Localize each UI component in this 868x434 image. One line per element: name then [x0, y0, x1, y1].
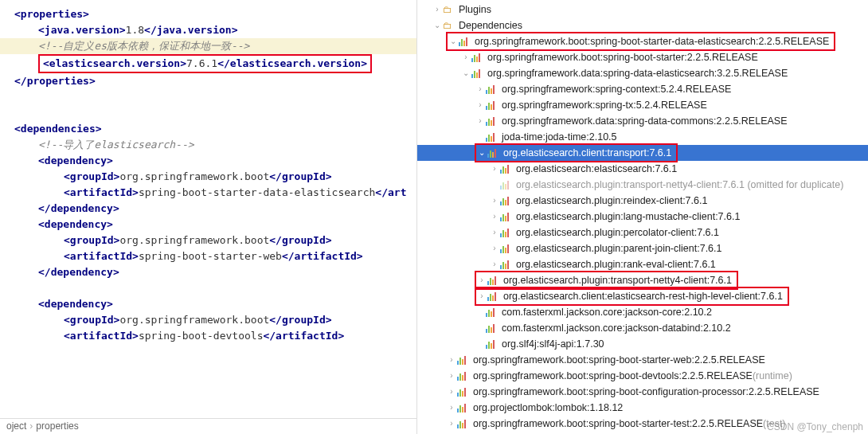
chevron-down-icon[interactable]: ⌄ [432, 20, 443, 31]
dependency-tree[interactable]: ›🗀Plugins⌄🗀Dependencies⌄org.springframew… [417, 0, 868, 433]
tree-node[interactable]: ›com.fasterxml.jackson.core:jackson-core… [417, 304, 868, 320]
chevron-right-icon[interactable]: › [476, 275, 487, 286]
chevron-right-icon[interactable]: › [489, 163, 500, 174]
library-icon [486, 100, 499, 110]
breadcrumb-item[interactable]: properties [36, 420, 78, 432]
chevron-right-icon[interactable]: › [489, 259, 500, 270]
chevron-right-icon[interactable]: › [446, 370, 457, 381]
library-icon [457, 419, 470, 428]
chevron-right-icon[interactable]: › [489, 211, 500, 222]
tree-node[interactable]: ›com.fasterxml.jackson.core:jackson-data… [417, 320, 868, 336]
library-icon [500, 228, 513, 237]
library-icon [500, 180, 513, 190]
library-icon [459, 37, 471, 46]
library-icon [471, 53, 484, 62]
xml-editor[interactable]: <properties> <java.version>1.8</java.ver… [0, 0, 416, 344]
breadcrumb-item[interactable]: oject [6, 420, 26, 432]
library-icon [486, 339, 499, 349]
tree-node[interactable]: ›org.elasticsearch.plugin:percolator-cli… [417, 225, 868, 240]
tree-node[interactable]: ⌄org.elasticsearch.client:transport:7.6.… [417, 145, 868, 161]
tag-dependencies-open: <dependencies> [14, 123, 102, 135]
tree-node[interactable]: ›org.springframework:spring-tx:5.2.4.REL… [417, 97, 868, 113]
chevron-right-icon[interactable]: › [432, 4, 443, 15]
tree-node[interactable]: ›org.elasticsearch.plugin:reindex-client… [417, 193, 868, 209]
chevron-right-icon[interactable]: › [476, 291, 487, 302]
breadcrumb[interactable]: oject›properties [0, 418, 416, 434]
chevron-right-icon[interactable]: › [460, 52, 471, 63]
tree-node[interactable]: ›org.springframework.boot:spring-boot-de… [417, 368, 868, 384]
tag-java-open: <java.version> [38, 24, 126, 36]
chevron-right-icon[interactable]: › [475, 115, 486, 127]
tag-properties-open: <properties> [14, 8, 89, 20]
library-icon [457, 387, 470, 397]
xml-editor-pane: <properties> <java.version>1.8</java.ver… [0, 0, 417, 434]
tree-node[interactable]: ›org.projectlombok:lombok:1.18.12 [417, 400, 868, 416]
chevron-right-icon[interactable]: › [446, 418, 457, 429]
java-version: 1.8 [126, 24, 144, 36]
tree-node[interactable]: ›org.springframework:spring-context:5.2.… [417, 81, 868, 97]
highlight-box: ⌄org.elasticsearch.client:transport:7.6.… [475, 143, 678, 162]
tree-node[interactable]: ›org.springframework.data:spring-data-co… [417, 113, 868, 129]
library-icon [500, 164, 513, 174]
library-icon [457, 371, 470, 381]
chevron-right-icon[interactable]: › [475, 84, 486, 95]
library-icon [500, 244, 513, 253]
tree-node[interactable]: ›org.springframework.boot:spring-boot-st… [417, 49, 868, 65]
chevron-right-icon: › [26, 420, 36, 432]
tree-node-plugins[interactable]: ›🗀Plugins [417, 2, 868, 18]
comment-es-version: <!--自定义es版本依赖，保证和本地一致--> [38, 40, 249, 52]
chevron-down-icon[interactable]: ⌄ [460, 68, 471, 79]
tree-node[interactable]: ⌄org.springframework.boot:spring-boot-st… [417, 33, 868, 49]
folder-icon: 🗀 [443, 18, 456, 33]
chevron-right-icon[interactable]: › [446, 354, 457, 366]
library-icon [471, 68, 484, 78]
highlight-box: ⌄org.springframework.boot:spring-boot-st… [446, 32, 835, 51]
chevron-right-icon[interactable]: › [446, 386, 457, 397]
tree-node[interactable]: ›org.elasticsearch.plugin:rank-eval-clie… [417, 256, 868, 272]
library-icon [457, 355, 470, 365]
chevron-right-icon[interactable]: › [446, 402, 457, 413]
library-icon [487, 276, 500, 285]
library-icon [486, 84, 499, 94]
library-icon [486, 116, 499, 126]
chevron-right-icon[interactable]: › [489, 227, 500, 238]
tree-node-dependencies[interactable]: ⌄🗀Dependencies [417, 18, 868, 33]
watermark-text: CSDN @Tony_chenph [767, 421, 863, 432]
library-icon [500, 212, 513, 221]
library-icon [486, 323, 499, 333]
library-icon [487, 291, 500, 301]
library-icon [486, 307, 499, 317]
highlight-box: ›org.elasticsearch.client:elasticsearch-… [475, 287, 789, 306]
library-icon [487, 148, 500, 158]
tree-node[interactable]: ›org.elasticsearch:elasticsearch:7.6.1 [417, 161, 868, 177]
tree-node[interactable]: ›org.springframework.boot:spring-boot-st… [417, 352, 868, 368]
tree-node[interactable]: ›org.elasticsearch.plugin:transport-nett… [417, 177, 868, 193]
tree-node[interactable]: ›org.elasticsearch.plugin:transport-nett… [417, 272, 868, 288]
tree-node[interactable]: ›org.slf4j:slf4j-api:1.7.30 [417, 336, 868, 352]
tree-node[interactable]: ›org.elasticsearch.client:elasticsearch-… [417, 288, 868, 304]
tree-node[interactable]: ›joda-time:joda-time:2.10.5 [417, 129, 868, 145]
tree-node[interactable]: ›org.springframework.boot:spring-boot-co… [417, 384, 868, 400]
tree-node[interactable]: ›org.elasticsearch.plugin:parent-join-cl… [417, 240, 868, 256]
chevron-right-icon[interactable]: › [489, 243, 500, 254]
tree-node[interactable]: ›org.elasticsearch.plugin:lang-mustache-… [417, 209, 868, 225]
tag-properties-close: </properties> [14, 75, 96, 87]
dependency-tree-pane: ›🗀Plugins⌄🗀Dependencies⌄org.springframew… [417, 0, 868, 434]
library-icon [457, 403, 470, 412]
es-version-highlight: <elasticsearch.version>7.6.1</elasticsea… [38, 54, 372, 73]
library-icon [486, 132, 499, 142]
library-icon [500, 196, 513, 205]
chevron-down-icon[interactable]: ⌄ [448, 36, 459, 47]
tree-node[interactable]: ⌄org.springframework.data:spring-data-el… [417, 65, 868, 81]
chevron-down-icon[interactable]: ⌄ [476, 147, 487, 158]
library-icon [500, 260, 513, 269]
comment-import-es: <!--导入了elasticsearch--> [38, 139, 194, 151]
chevron-right-icon[interactable]: › [475, 100, 486, 111]
tag-java-close: </java.version> [144, 24, 237, 36]
chevron-right-icon[interactable]: › [489, 195, 500, 206]
folder-icon: 🗀 [443, 2, 456, 18]
